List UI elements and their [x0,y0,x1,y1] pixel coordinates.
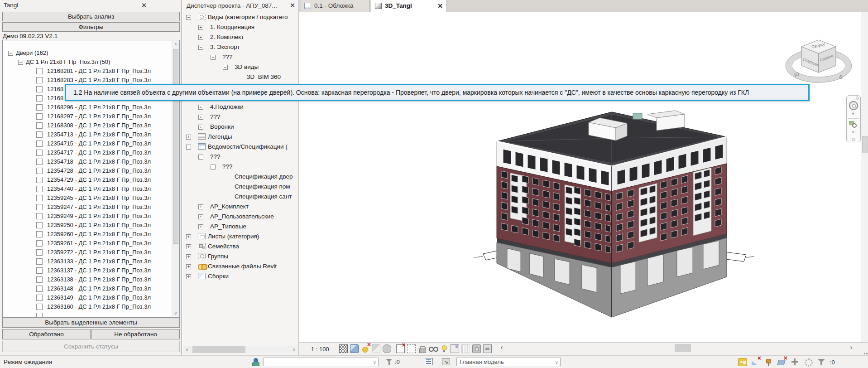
expand-icon[interactable]: + [198,125,203,130]
tree-node[interactable]: 3D_BIM 360 [182,72,299,82]
building-model[interactable] [471,100,756,344]
steering-wheel-icon[interactable] [849,101,858,110]
checkbox[interactable] [36,304,43,310]
element-row[interactable]: 12354717 - ДС 1 Рл 21х8 Г Пр_Поз.3л [3,148,179,157]
magnifier-icon[interactable] [852,123,857,128]
visual-style-icon[interactable] [350,344,359,353]
element-row[interactable]: 12168296 - ДС 1 Рл 21х8 Г Пр_Поз.3л [3,103,179,112]
element-row[interactable]: 12359249 - ДС 1 Рл 21х8 Г Пр_Поз.3л [3,212,179,221]
element-row[interactable]: 12363160 - ДС 1 Рл 21х8 Г Пр_Поз.3л [3,302,179,311]
temp-view-properties-icon[interactable] [451,344,459,353]
element-row[interactable]: 12168297 - ДС 1 Рл 21х8 Г Пр_Поз.3л [3,112,179,121]
navbar-collapse-icon[interactable] [856,97,859,100]
checkbox[interactable] [36,231,43,237]
tree-root-row[interactable]: −Двери (162) [3,48,179,58]
select-underlay-icon[interactable] [751,358,760,366]
tree-node[interactable]: +??? [182,112,299,122]
tree-node[interactable]: −3D виды [182,62,299,72]
element-row[interactable]: 12354728 - ДС 1 Рл 21х8 Г Пр_Поз.3л [3,166,179,175]
checkbox[interactable] [36,267,43,274]
expand-icon[interactable]: + [186,135,191,140]
element-row[interactable]: 12363133 - ДС 1 Рл 21х8 Г Пр_Поз.3л [3,257,179,266]
expand-icon[interactable]: + [186,244,191,249]
element-row[interactable]: 12363138 - ДС 1 Рл 21х8 Г Пр_Поз.3л [3,275,179,284]
checkbox[interactable] [36,95,43,102]
checkbox[interactable] [36,159,43,165]
vertical-scrollbar[interactable] [861,12,868,342]
analytical-model-icon[interactable] [461,344,470,353]
scrollbar-thumb[interactable] [675,344,691,352]
tree-node[interactable]: +Легенды [182,132,299,142]
navbar-options-icon[interactable] [852,138,855,141]
processed-button[interactable]: Обработано [2,329,91,339]
checkbox[interactable] [36,240,43,247]
tree-node[interactable]: +Связанные файлы Revit [182,261,299,271]
element-row[interactable]: 12354715 - ДС 1 Рл 21х8 Г Пр_Поз.3л [3,139,179,148]
scroll-right-icon[interactable]: › [848,344,855,351]
sun-path-icon[interactable] [361,344,369,353]
element-row[interactable]: 12359247 - ДС 1 Рл 21х8 Г Пр_Поз.3л [3,203,179,212]
checkbox[interactable] [36,122,43,129]
checkbox[interactable] [36,204,43,210]
tab-3d-tangl[interactable]: 3D_Tangl ✕ [371,0,447,12]
collapse-icon[interactable]: − [18,60,23,65]
checkbox[interactable] [36,186,43,192]
save-statuses-button[interactable]: Сохранить статусы [2,341,180,352]
expand-icon[interactable]: + [198,214,203,219]
select-by-face-icon[interactable] [777,358,786,366]
scrollbar-thumb[interactable] [862,136,868,153]
horizontal-scrollbar[interactable]: ‹ › [183,346,297,353]
reveal-hidden-icon[interactable] [440,344,448,353]
hide-isolate-icon[interactable] [429,344,437,353]
element-row[interactable]: 12359260 - ДС 1 Рл 21х8 Г Пр_Поз.3л [3,230,179,239]
resize-grip[interactable] [862,349,868,354]
scroll-right-icon[interactable]: › [290,346,297,353]
navigation-bar[interactable]: ▾ ▾ [846,95,861,142]
close-icon[interactable]: ✕ [139,1,149,10]
crop-view-icon[interactable] [396,344,405,353]
collapse-icon[interactable]: − [198,155,203,160]
element-row[interactable]: 12354713 - ДС 1 Рл 21х8 Г Пр_Поз.3л [3,130,179,139]
tree-node[interactable]: −??? [182,52,299,62]
displacement-sets-icon[interactable] [472,344,481,353]
select-highlighted-button[interactable]: Выбрать выделенные элементы [2,317,180,328]
checkbox[interactable] [36,113,43,120]
expand-icon[interactable]: + [198,224,203,229]
checkbox[interactable] [36,313,43,317]
worksets-icon[interactable] [252,358,259,366]
expand-icon[interactable]: + [198,204,203,209]
tree-node[interactable]: +АР_Типовые [182,222,299,232]
expand-icon[interactable]: + [198,105,203,110]
collapse-icon[interactable]: − [8,51,13,56]
tree-node[interactable]: Спецификация двер [182,172,299,182]
tree-node[interactable]: Спецификация сант [182,192,299,202]
element-row[interactable]: 12363137 - ДС 1 Рл 21х8 Г Пр_Поз.3л [3,266,179,275]
collapse-icon[interactable]: − [198,45,203,50]
tree-node[interactable]: +4.Подложки [182,102,299,112]
element-row[interactable]: 12363148 - ДС 1 Рл 21х8 Г Пр_Поз.3л [3,284,179,293]
editable-only-icon[interactable] [425,358,433,365]
checkbox[interactable] [36,177,43,183]
horizontal-scrollbar[interactable]: ‹ › [498,344,861,353]
scroll-down-icon[interactable]: ∨ [172,310,179,316]
checkbox[interactable] [36,249,43,256]
checkbox[interactable] [36,140,43,147]
scrollbar-thumb[interactable] [173,49,178,244]
tree-node[interactable]: +1. Координация [182,22,299,32]
collapse-icon[interactable]: − [211,55,216,60]
tree-group-row[interactable]: −ДС 1 Рл 21х8 Г Пр_Поз.3л (50) [3,58,179,67]
checkbox[interactable] [36,168,43,174]
expand-icon[interactable]: + [198,25,203,30]
not-processed-button[interactable]: Не обработано [91,329,180,339]
exclude-options-icon[interactable]: ↘ [442,358,450,365]
expand-icon[interactable]: + [186,264,191,269]
chevron-down-icon[interactable]: ▾ [852,130,854,134]
tree-node[interactable]: +Семейства [182,242,299,252]
checkbox[interactable] [36,104,43,111]
scroll-left-icon[interactable]: ‹ [498,344,505,351]
tree-node[interactable]: −Ведомости/Спецификации ( [182,142,299,152]
select-links-icon[interactable] [738,358,747,366]
reveal-constraints-icon[interactable] [483,344,492,353]
tree-node[interactable]: +Листы (категория) [182,232,299,242]
tree-node[interactable]: +Воронки [182,122,299,132]
